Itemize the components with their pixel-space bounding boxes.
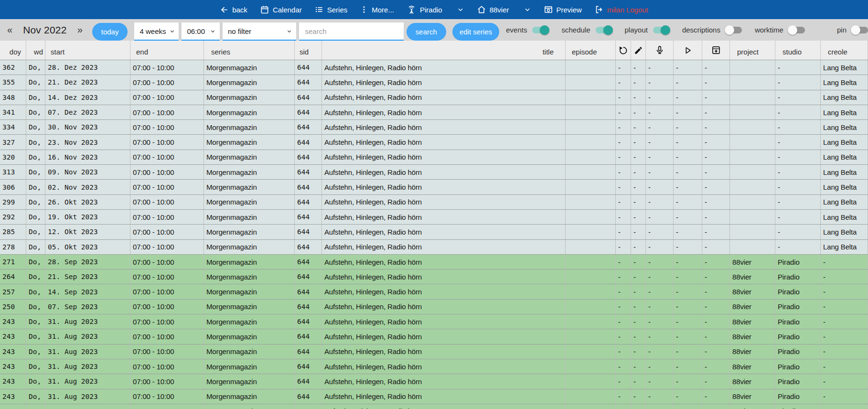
col-header-mic[interactable] [646,41,674,60]
cell-episode [566,389,616,404]
col-header-edit[interactable] [631,41,646,60]
cell-undo-mark: - [616,284,631,299]
time-select[interactable]: 06:00 [182,22,219,41]
cell-episode [566,195,616,209]
cell-start: 21. Sep 2023 [45,269,130,284]
more-vertical-icon [360,5,368,14]
schedule-row[interactable]: 264 Do, 21. Sep 2023 07:00 - 10:00 Morge… [0,269,868,284]
cell-end: 07:00 - 10:00 [130,344,204,359]
cell-creole: Lang Belta [821,105,868,119]
schedule-row[interactable]: 243 Do, 31. Aug 2023 07:00 - 10:00 Morge… [0,344,868,359]
schedule-row[interactable]: 362 Do, 28. Dez 2023 07:00 - 10:00 Morge… [0,60,868,75]
station-menu[interactable]: 88vier [477,5,509,14]
cell-series: Morgenmagazin [204,269,295,284]
col-header-creole[interactable]: creole [821,41,868,60]
search-input[interactable] [299,22,403,40]
logout-label: milan Logout [607,6,648,14]
cell-episode [566,359,616,374]
cell-undo-mark: - [616,105,631,119]
calendar-label: Calendar [273,6,302,14]
schedule-row[interactable]: 243 Do, 31. Aug 2023 07:00 - 10:00 Morge… [0,389,868,404]
cell-project [730,150,775,164]
col-header-end[interactable]: end [130,41,204,60]
schedule-row[interactable]: 348 Do, 14. Dez 2023 07:00 - 10:00 Morge… [0,90,868,105]
toggle-switch[interactable] [532,27,548,33]
range-select[interactable]: 4 weeks [134,22,179,41]
cell-sid: 644 [295,284,322,299]
schedule-row[interactable]: 341 Do, 07. Dez 2023 07:00 - 10:00 Morge… [0,105,868,120]
cell-doy: 313 [0,165,26,179]
more-menu-button[interactable]: More... [360,5,394,14]
today-button[interactable]: today [92,23,128,41]
col-header-episode[interactable]: episode [566,41,616,60]
schedule-row[interactable]: 313 Do, 09. Nov 2023 07:00 - 10:00 Morge… [0,165,868,180]
next-month-button[interactable]: » [75,24,86,35]
preview-button[interactable]: Preview [544,5,582,14]
cell-series: Morgenmagazin [204,105,295,119]
cell-sid: 644 [295,150,322,164]
cell-start: 31. Aug 2023 [45,329,130,344]
col-header-project[interactable]: project [730,41,775,60]
logout-icon [594,5,604,14]
schedule-row[interactable]: 299 Do, 26. Okt 2023 07:00 - 10:00 Morge… [0,195,868,210]
toggle-switch[interactable] [852,27,868,33]
logout-button[interactable]: milan Logout [594,5,648,14]
toggle-switch[interactable] [596,27,612,33]
schedule-row[interactable]: 243 Do, 31. Aug 2023 07:00 - 10:00 Morge… [0,329,868,344]
toggle-switch[interactable] [653,27,669,33]
col-header-wd[interactable]: wd [26,41,45,60]
schedule-row[interactable]: 334 Do, 30. Nov 2023 07:00 - 10:00 Morge… [0,120,868,135]
app-chevron-down-icon[interactable] [457,6,464,13]
prev-month-button[interactable]: « [4,24,15,35]
cell-sid: 644 [295,225,322,239]
cell-edit-mark: - [631,344,646,359]
col-header-undo[interactable] [616,41,631,60]
schedule-row[interactable]: 327 Do, 23. Nov 2023 07:00 - 10:00 Morge… [0,135,868,150]
cell-start: 28. Dez 2023 [45,60,130,75]
search-button[interactable]: search [407,23,446,41]
series-nav-button[interactable]: Series [314,5,348,14]
filter-select[interactable]: no filter [223,22,297,41]
schedule-row[interactable]: 278 Do, 05. Okt 2023 07:00 - 10:00 Morge… [0,240,868,255]
col-header-play[interactable] [674,41,702,60]
schedule-row[interactable]: 320 Do, 16. Nov 2023 07:00 - 10:00 Morge… [0,150,868,165]
cell-end: 07:00 - 10:00 [130,404,204,409]
col-header-studio[interactable]: studio [775,41,821,60]
cell-studio: - [775,165,821,179]
calendar-nav-button[interactable]: Calendar [260,5,302,14]
cell-studio: - [775,135,821,149]
schedule-row[interactable]: 306 Do, 02. Nov 2023 07:00 - 10:00 Morge… [0,180,868,194]
station-chevron-down-icon[interactable] [524,6,531,13]
schedule-row[interactable]: 243 Do, 31. Aug 2023 07:00 - 10:00 Morge… [0,359,868,374]
cell-studio: - [775,150,821,164]
cell-play-mark: - [674,240,702,254]
schedule-row[interactable]: 271 Do, 28. Sep 2023 07:00 - 10:00 Morge… [0,255,868,269]
cell-edit-mark: - [631,284,646,299]
schedule-row[interactable]: 355 Do, 21. Dez 2023 07:00 - 10:00 Morge… [0,75,868,90]
toggle-label: schedule [561,26,590,34]
edit-series-button[interactable]: edit series [452,23,499,41]
col-header-archive[interactable] [702,41,730,60]
schedule-row[interactable]: 243 Do, 31. Aug 2023 07:00 - 10:00 Morge… [0,314,868,329]
col-header-doy[interactable]: doy [0,41,26,60]
toggle-switch[interactable] [789,27,805,33]
cell-play-mark: - [674,75,702,89]
back-button[interactable]: back [220,5,247,14]
schedule-row[interactable]: 243 Do, 31. Aug 2023 07:00 - 10:00 Morge… [0,374,868,389]
back-label: back [232,6,247,14]
schedule-row[interactable]: 243 Do, 31. Aug 2023 07:00 - 10:00 Morge… [0,404,868,409]
schedule-row[interactable]: 257 Do, 14. Sep 2023 07:00 - 10:00 Morge… [0,284,868,299]
cell-play-mark: - [674,269,702,284]
schedule-row[interactable]: 250 Do, 07. Sep 2023 07:00 - 10:00 Morge… [0,300,868,314]
col-header-title[interactable]: title [322,41,566,60]
undo-icon [618,45,628,55]
col-header-start[interactable]: start [45,41,130,60]
schedule-row[interactable]: 292 Do, 19. Okt 2023 07:00 - 10:00 Morge… [0,210,868,225]
app-menu[interactable]: Piradio [407,5,442,15]
cell-doy: 243 [0,404,26,409]
schedule-row[interactable]: 285 Do, 12. Okt 2023 07:00 - 10:00 Morge… [0,225,868,239]
toggle-switch[interactable] [726,27,742,33]
col-header-series[interactable]: series [204,41,295,60]
col-header-sid[interactable]: sid [295,41,322,60]
cell-studio: - [775,75,821,89]
